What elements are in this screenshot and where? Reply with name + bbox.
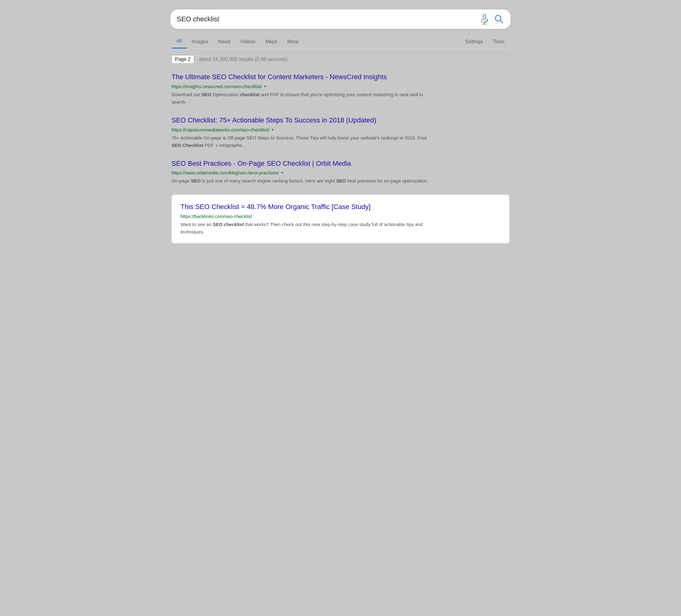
result-1-title[interactable]: The Ultimate SEO Checklist for Content M… xyxy=(172,72,509,82)
search-icons xyxy=(480,14,504,24)
result-4-title[interactable]: This SEO Checklist = 48.7% More Organic … xyxy=(180,202,501,212)
page-badge: Page 2 xyxy=(172,55,194,64)
result-1-snippet: Download our SEO Optimization checklist … xyxy=(172,91,438,106)
results-area: Page 2 about 15,300,000 results (0.48 se… xyxy=(170,49,511,253)
mic-icon[interactable] xyxy=(480,14,489,24)
result-2-snippet: 75+ Actionable On-page & Off-page SEO St… xyxy=(172,134,438,149)
result-2-dropdown-arrow[interactable]: ▼ xyxy=(271,128,274,131)
page-container: All Images News Videos Maps More Setting… xyxy=(170,9,511,253)
search-icon[interactable] xyxy=(494,14,504,24)
tab-news[interactable]: News xyxy=(213,35,235,48)
result-1-dropdown-arrow[interactable]: ▼ xyxy=(264,85,267,88)
result-4-snippet: Want to see an SEO checklist that works?… xyxy=(180,221,447,236)
svg-rect-0 xyxy=(483,14,486,20)
result-3-url[interactable]: https://www.orbitmedia.com/blog/seo-best… xyxy=(172,170,279,175)
result-4-url[interactable]: https://backlinko.com/seo-checklist xyxy=(180,214,252,219)
search-bar xyxy=(170,9,511,29)
result-2-url-row: https://capsicummediaworks.com/seo-check… xyxy=(172,127,509,132)
svg-line-4 xyxy=(500,20,503,23)
result-1-url[interactable]: https://insights.newscred.com/seo-checkl… xyxy=(172,84,262,89)
tab-all[interactable]: All xyxy=(172,35,187,49)
result-4-url-row: https://backlinko.com/seo-checklist xyxy=(180,214,501,219)
result-3-title[interactable]: SEO Best Practices - On-Page SEO Checkli… xyxy=(172,159,509,168)
tab-tools[interactable]: Tools xyxy=(488,35,509,48)
search-result-4-card: This SEO Checklist = 48.7% More Organic … xyxy=(172,194,509,243)
result-3-snippet: On-page SEO is just one of many search e… xyxy=(172,177,438,185)
result-3-dropdown-arrow[interactable]: ▼ xyxy=(281,171,284,175)
tab-videos[interactable]: Videos xyxy=(235,35,260,48)
search-result-3: SEO Best Practices - On-Page SEO Checkli… xyxy=(172,159,509,185)
search-input[interactable] xyxy=(177,15,480,23)
nav-tabs: All Images News Videos Maps More Setting… xyxy=(170,35,511,49)
search-result-1: The Ultimate SEO Checklist for Content M… xyxy=(172,72,509,106)
result-1-url-row: https://insights.newscred.com/seo-checkl… xyxy=(172,84,509,89)
search-result-2: SEO Checklist: 75+ Actionable Steps To S… xyxy=(172,116,509,149)
result-2-title[interactable]: SEO Checklist: 75+ Actionable Steps To S… xyxy=(172,116,509,125)
tab-settings[interactable]: Settings xyxy=(460,35,488,48)
tab-images[interactable]: Images xyxy=(187,35,213,48)
result-2-url[interactable]: https://capsicummediaworks.com/seo-check… xyxy=(172,127,269,132)
search-result-4: This SEO Checklist = 48.7% More Organic … xyxy=(180,202,501,236)
tab-maps[interactable]: Maps xyxy=(260,35,282,48)
result-3-url-row: https://www.orbitmedia.com/blog/seo-best… xyxy=(172,170,509,175)
results-info-row: Page 2 about 15,300,000 results (0.48 se… xyxy=(172,55,509,64)
tab-more[interactable]: More xyxy=(282,35,303,48)
results-count: about 15,300,000 results (0.48 seconds) xyxy=(199,57,287,62)
